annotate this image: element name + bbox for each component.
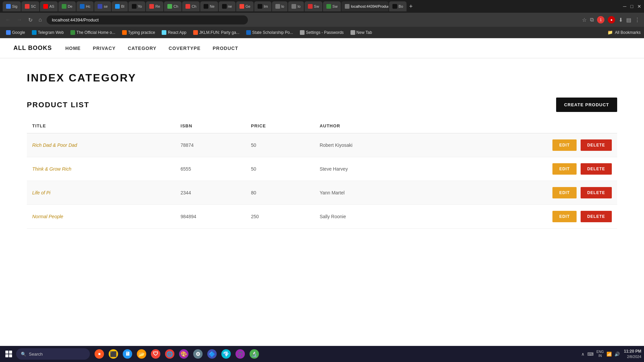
address-input[interactable] — [47, 15, 248, 24]
tab-label-de: De — [68, 4, 72, 8]
bookmark-star-icon[interactable]: ☆ — [582, 17, 587, 23]
edit-button-2[interactable]: EDIT — [552, 187, 576, 198]
delete-button-2[interactable]: DELETE — [581, 187, 612, 198]
bookmark-typing-practice[interactable]: Typing practice — [119, 29, 158, 36]
tab-as[interactable]: AS — [40, 1, 58, 11]
menu-icon[interactable]: ⋮ — [635, 17, 640, 23]
cell-author-0: Robert Kiyosaki — [314, 133, 431, 157]
col-header-actions — [431, 119, 617, 133]
bookmark-state-scholarship[interactable]: State Scholarship Po... — [244, 29, 296, 36]
edit-button-3[interactable]: EDIT — [552, 211, 576, 222]
cell-author-2: Yann Martel — [314, 181, 431, 205]
cell-price-0: 50 — [246, 133, 314, 157]
bookmarks-right: 📁 All Bookmarks — [607, 30, 641, 35]
tab-favicon-se — [98, 4, 102, 9]
bookmark-google[interactable]: Google — [3, 29, 28, 36]
col-header-author: AUTHOR — [314, 119, 431, 133]
nav-link-covertype[interactable]: COVERTYPE — [169, 46, 201, 51]
tab-favicon-as — [43, 4, 48, 9]
download-icon[interactable]: ⬇ — [619, 17, 623, 23]
tab-sc[interactable]: SC — [21, 1, 39, 11]
nav-link-home[interactable]: HOME — [65, 46, 81, 51]
tab-label-bo: Bo — [398, 4, 403, 8]
bookmark-new-tab[interactable]: New Tab — [348, 29, 375, 36]
tab-favicon-bl — [115, 4, 120, 9]
cell-actions-3: EDIT DELETE — [431, 205, 617, 229]
bookmark-favicon-settings — [300, 30, 305, 35]
extensions-icon[interactable]: ⧉ — [590, 17, 594, 23]
tab-favicon-sw — [308, 4, 313, 9]
tab-bl[interactable]: Bl — [112, 1, 128, 11]
cell-title-0: Rich Dad & Poor Dad — [27, 133, 175, 157]
tab-ch2[interactable]: Ch — [182, 1, 200, 11]
delete-button-0[interactable]: DELETE — [581, 139, 612, 151]
bookmark-label-state: State Scholarship Po... — [252, 30, 293, 35]
tab-ne[interactable]: Ne — [200, 1, 218, 11]
create-product-button[interactable]: CREATE PRODUCT — [556, 98, 617, 112]
tab-se[interactable]: se — [94, 1, 111, 11]
sidebar-toggle-icon[interactable]: ▤ — [626, 17, 631, 23]
tab-lo[interactable]: lo — [272, 1, 288, 11]
nav-link-privacy[interactable]: PRIVACY — [93, 46, 116, 51]
all-bookmarks-label[interactable]: All Bookmarks — [615, 30, 641, 35]
tab-hc[interactable]: Hc — [76, 1, 94, 11]
tab-lo2[interactable]: lo — [288, 1, 304, 11]
minimize-button[interactable]: ─ — [623, 4, 627, 9]
bookmark-official-home[interactable]: The Official Home o... — [68, 29, 118, 36]
tab-im[interactable]: Im — [254, 1, 271, 11]
tab-favicon-ch — [167, 4, 172, 9]
delete-button-3[interactable]: DELETE — [581, 211, 612, 222]
close-button[interactable]: ✕ — [637, 4, 641, 9]
tab-label-se: se — [104, 4, 108, 8]
tab-label-sw: Sw — [314, 4, 319, 8]
bookmark-telegram[interactable]: Telegram Web — [29, 29, 66, 36]
tab-ge[interactable]: Ge — [236, 1, 254, 11]
product-list-header: PRODUCT LIST CREATE PRODUCT — [27, 98, 617, 112]
nav-link-product[interactable]: PRODUCT — [213, 46, 238, 51]
back-button[interactable]: ← — [4, 15, 12, 24]
tab-ne2[interactable]: ne — [219, 1, 235, 11]
maximize-button[interactable]: □ — [631, 4, 633, 9]
bookmarks-bar: Google Telegram Web The Official Home o.… — [0, 27, 644, 38]
cell-price-2: 80 — [246, 181, 314, 205]
reload-button[interactable]: ↻ — [27, 15, 34, 24]
tab-favicon-sig — [6, 4, 11, 9]
bookmark-label-newtab: New Tab — [357, 30, 372, 35]
tab-label-hc: Hc — [86, 4, 90, 8]
main-content: INDEX CATEGORY PRODUCT LIST CREATE PRODU… — [0, 58, 644, 242]
bookmark-react-app[interactable]: React App — [159, 29, 189, 36]
tab-label-ch: Ch — [173, 4, 178, 8]
bookmark-label-official: The Official Home o... — [76, 30, 115, 35]
tab-ch[interactable]: Ch — [164, 1, 181, 11]
cell-actions-1: EDIT DELETE — [431, 157, 617, 181]
forward-button[interactable]: → — [15, 15, 23, 24]
edit-button-1[interactable]: EDIT — [552, 163, 576, 175]
profile-icon[interactable]: 1 — [597, 16, 604, 23]
table-row: Think & Grow Rich 6555 50 Steve Harvey E… — [27, 157, 617, 181]
bookmark-jklm[interactable]: JKLM.FUN: Party ga... — [191, 29, 242, 36]
nav-link-category[interactable]: CATEGORY — [128, 46, 157, 51]
tab-sw2[interactable]: Sw — [323, 1, 341, 11]
tab-sw[interactable]: Sw — [305, 1, 322, 11]
tab-bo[interactable]: Bo — [389, 1, 406, 11]
tab-favicon-ch2 — [185, 4, 190, 9]
product-table-body: Rich Dad & Poor Dad 78874 50 Robert Kiyo… — [27, 133, 617, 229]
cell-author-3: Sally Roonie — [314, 205, 431, 229]
tab-bar: Sig SC AS De Hc se Bl Yo — [0, 0, 644, 13]
new-tab-button[interactable]: + — [407, 3, 415, 10]
tab-yo[interactable]: Yo — [128, 1, 145, 11]
tab-re[interactable]: Re — [146, 1, 163, 11]
tab-label-ne: Ne — [210, 4, 214, 8]
tab-sig[interactable]: Sig — [3, 1, 21, 11]
tab-favicon-ne — [204, 4, 208, 9]
tab-de[interactable]: De — [58, 1, 76, 11]
bookmark-label-telegram: Telegram Web — [38, 30, 64, 35]
tab-active[interactable]: localhost:44394/Product ✕ — [341, 1, 388, 11]
bookmark-settings-passwords[interactable]: Settings - Passwords — [297, 29, 346, 36]
adblock-icon[interactable]: ● — [608, 16, 615, 23]
edit-button-0[interactable]: EDIT — [552, 139, 576, 151]
site-logo: ALL BOOKS — [13, 45, 52, 52]
delete-button-1[interactable]: DELETE — [581, 163, 612, 175]
home-button[interactable]: ⌂ — [37, 15, 43, 24]
cell-title-1: Think & Grow Rich — [27, 157, 175, 181]
